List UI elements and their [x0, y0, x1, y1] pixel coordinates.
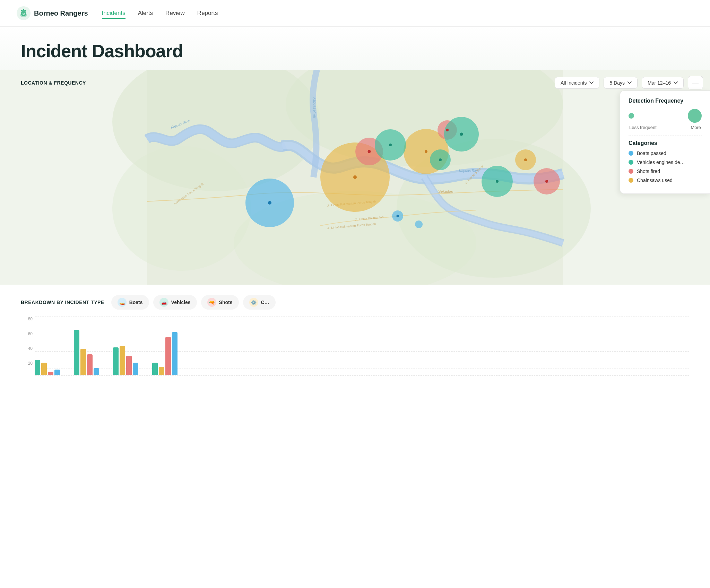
bubble-dot-vehicles-2 — [439, 158, 442, 161]
pill-boats[interactable]: 🚤 Boats — [111, 295, 149, 310]
legend-circle-small — [629, 113, 634, 119]
legend-freq-row — [629, 109, 702, 123]
bar-group-1 — [74, 330, 99, 375]
vehicles-pill-label: Vehicles — [171, 300, 191, 305]
legend-circle-large — [688, 109, 702, 123]
vehicles-label: Vehicles engines de… — [637, 159, 685, 165]
boats-color-dot — [629, 151, 633, 156]
boats-pill-label: Boats — [129, 300, 143, 305]
chart-bars-container — [35, 317, 689, 375]
map-section-label: LOCATION & FREQUENCY — [21, 80, 86, 86]
page-title: Incident Dashboard — [21, 41, 689, 61]
nav-logo: Borneo Rangers — [17, 6, 88, 20]
bar-0-1 — [41, 363, 47, 375]
date-range-dropdown[interactable]: Mar 12–16 — [642, 77, 684, 89]
bubble-dot-chainsaw-sm — [524, 158, 527, 161]
bar-group-2 — [113, 346, 138, 375]
date-range-label: Mar 12–16 — [648, 80, 671, 86]
all-incidents-dropdown[interactable]: All Incidents — [555, 77, 599, 89]
legend-divider — [629, 136, 702, 136]
map-controls: LOCATION & FREQUENCY All Incidents 5 Day… — [21, 76, 710, 89]
days-dropdown[interactable]: 5 Days — [604, 77, 638, 89]
bar-3-3 — [172, 332, 178, 375]
vehicles-color-dot — [629, 160, 633, 165]
nav-item-alerts[interactable]: Alerts — [138, 10, 153, 17]
bar-group-3 — [152, 332, 178, 375]
breakdown-pills: 🚤 Boats 🚗 Vehicles 🔫 Shots ⚙️ C… — [111, 295, 276, 310]
all-incidents-label: All Incidents — [561, 80, 587, 86]
chart-area: 80 60 40 20 — [21, 317, 689, 386]
nav-link-reports[interactable]: Reports — [197, 10, 218, 16]
map-section: LOCATION & FREQUENCY All Incidents 5 Day… — [0, 70, 710, 285]
pill-chainsaws[interactable]: ⚙️ C… — [243, 295, 276, 310]
bar-1-3 — [94, 368, 99, 375]
bar-3-0 — [152, 363, 158, 375]
legend-panel: Detection Frequency Less frequent More C… — [620, 90, 710, 194]
bar-1-0 — [74, 330, 79, 375]
legend-cat-boats: Boats passed — [629, 150, 702, 156]
nav-item-reports[interactable]: Reports — [197, 10, 218, 17]
bubble-dot-boats-sm1 — [396, 215, 399, 217]
chainsaws-label: Chainsaws used — [637, 178, 673, 183]
chainsaws-pill-icon: ⚙️ — [249, 298, 258, 307]
nav-link-alerts[interactable]: Alerts — [138, 10, 153, 16]
bubble-dot-chainsaw-large — [425, 150, 427, 153]
logo-icon — [17, 6, 31, 20]
pill-shots[interactable]: 🔫 Shots — [201, 295, 239, 310]
days-label: 5 Days — [609, 80, 625, 86]
chevron-down-icon — [589, 81, 594, 85]
y-label-20: 20 — [28, 361, 33, 366]
breakdown-title: BREAKDOWN BY INCIDENT TYPE — [21, 300, 104, 305]
boats-pill-icon: 🚤 — [118, 298, 127, 307]
bubble-dot-shots-3 — [545, 180, 548, 183]
boats-label: Boats passed — [637, 150, 666, 156]
bar-2-2 — [126, 356, 132, 375]
navbar: Borneo Rangers Incidents Alerts Review R… — [0, 0, 710, 27]
bar-0-3 — [54, 370, 60, 375]
legend-cat-shots: Shots fired — [629, 168, 702, 174]
shots-color-dot — [629, 169, 633, 174]
chainsaws-pill-label: C… — [261, 300, 269, 305]
collapse-button[interactable]: — — [688, 76, 703, 89]
page-content: Incident Dashboard LOCATION & FREQUENCY … — [0, 27, 710, 386]
chart-y-labels: 80 60 40 20 — [21, 317, 35, 375]
bar-3-2 — [165, 337, 171, 375]
svg-point-3 — [23, 14, 24, 15]
bar-2-1 — [120, 346, 125, 375]
bubble-dot-vehicles-3 — [460, 133, 463, 136]
brand-name: Borneo Rangers — [34, 9, 88, 17]
bubble-dot-vehicles-1 — [389, 144, 392, 146]
less-frequent-label: Less frequent — [629, 125, 657, 130]
y-label-80: 80 — [28, 317, 33, 321]
bubble-dot-shots-2 — [446, 129, 449, 131]
bar-0-2 — [48, 372, 53, 375]
bubble-boats-sm2 — [415, 220, 423, 228]
shots-pill-label: Shots — [219, 300, 233, 305]
legend-title: Detection Frequency — [629, 98, 702, 104]
collapse-icon: — — [692, 79, 699, 86]
breakdown-section: BREAKDOWN BY INCIDENT TYPE 🚤 Boats 🚗 Veh… — [0, 285, 710, 386]
chevron-down-icon-3 — [674, 81, 678, 85]
bubble-dot-shots-1 — [367, 150, 371, 153]
breakdown-header: BREAKDOWN BY INCIDENT TYPE 🚤 Boats 🚗 Veh… — [21, 295, 689, 310]
nav-links: Incidents Alerts Review Reports — [102, 10, 218, 17]
dashboard-header: Incident Dashboard — [0, 27, 710, 70]
bubble-dot-vehicles-4 — [496, 180, 499, 183]
legend-freq-labels: Less frequent More — [629, 125, 702, 130]
bubble-dot-boats-large — [268, 201, 271, 205]
bar-1-1 — [80, 349, 86, 375]
legend-cat-vehicles: Vehicles engines de… — [629, 159, 702, 165]
bubble-layer — [0, 70, 710, 285]
chevron-down-icon-2 — [627, 81, 632, 85]
bubble-dot-chainsaw-xlarge — [353, 175, 357, 179]
nav-link-review[interactable]: Review — [165, 10, 185, 16]
nav-item-review[interactable]: Review — [165, 10, 185, 17]
nav-link-incidents[interactable]: Incidents — [102, 10, 125, 19]
bar-2-0 — [113, 347, 119, 375]
legend-categories-title: Categories — [629, 140, 702, 146]
nav-item-incidents[interactable]: Incidents — [102, 10, 125, 17]
map-controls-right: All Incidents 5 Days Mar 12–16 — — [555, 76, 710, 89]
more-frequent-label: More — [691, 125, 701, 130]
pill-vehicles[interactable]: 🚗 Vehicles — [153, 295, 197, 310]
y-label-60: 60 — [28, 331, 33, 336]
